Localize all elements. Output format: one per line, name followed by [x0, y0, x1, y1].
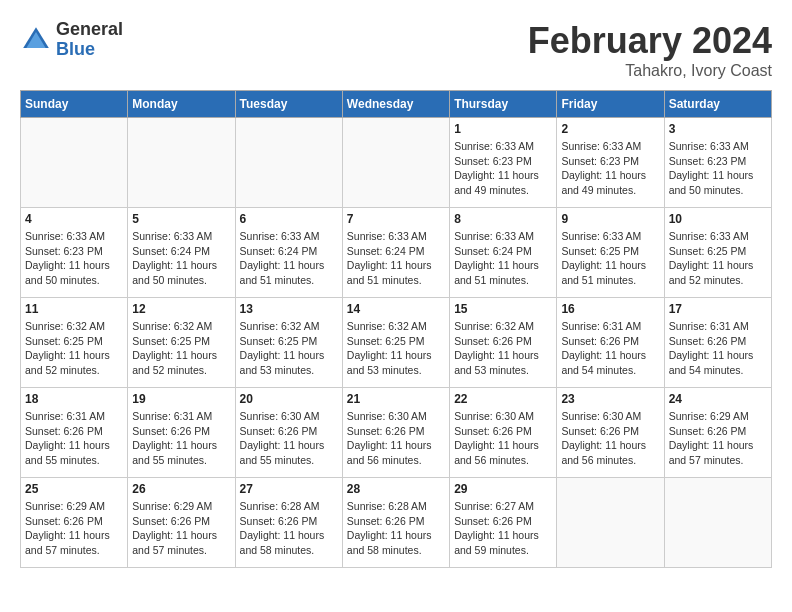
day-info: Sunrise: 6:32 AM Sunset: 6:26 PM Dayligh… — [454, 319, 552, 378]
calendar-cell: 11Sunrise: 6:32 AM Sunset: 6:25 PM Dayli… — [21, 298, 128, 388]
day-number: 28 — [347, 482, 445, 496]
day-number: 9 — [561, 212, 659, 226]
logo-text: General Blue — [56, 20, 123, 60]
day-number: 11 — [25, 302, 123, 316]
weekday-header: Tuesday — [235, 91, 342, 118]
day-number: 6 — [240, 212, 338, 226]
day-number: 2 — [561, 122, 659, 136]
day-info: Sunrise: 6:28 AM Sunset: 6:26 PM Dayligh… — [240, 499, 338, 558]
calendar-cell: 1Sunrise: 6:33 AM Sunset: 6:23 PM Daylig… — [450, 118, 557, 208]
calendar-cell: 4Sunrise: 6:33 AM Sunset: 6:23 PM Daylig… — [21, 208, 128, 298]
day-number: 22 — [454, 392, 552, 406]
calendar-location: Tahakro, Ivory Coast — [528, 62, 772, 80]
weekday-header-row: SundayMondayTuesdayWednesdayThursdayFrid… — [21, 91, 772, 118]
calendar-title: February 2024 — [528, 20, 772, 62]
day-info: Sunrise: 6:33 AM Sunset: 6:24 PM Dayligh… — [454, 229, 552, 288]
calendar-cell — [664, 478, 771, 568]
day-info: Sunrise: 6:28 AM Sunset: 6:26 PM Dayligh… — [347, 499, 445, 558]
weekday-header: Sunday — [21, 91, 128, 118]
weekday-header: Friday — [557, 91, 664, 118]
day-number: 14 — [347, 302, 445, 316]
day-number: 13 — [240, 302, 338, 316]
day-info: Sunrise: 6:33 AM Sunset: 6:23 PM Dayligh… — [25, 229, 123, 288]
day-number: 23 — [561, 392, 659, 406]
calendar-cell: 3Sunrise: 6:33 AM Sunset: 6:23 PM Daylig… — [664, 118, 771, 208]
calendar-cell: 6Sunrise: 6:33 AM Sunset: 6:24 PM Daylig… — [235, 208, 342, 298]
day-info: Sunrise: 6:33 AM Sunset: 6:23 PM Dayligh… — [454, 139, 552, 198]
day-number: 10 — [669, 212, 767, 226]
day-info: Sunrise: 6:30 AM Sunset: 6:26 PM Dayligh… — [454, 409, 552, 468]
calendar-cell: 27Sunrise: 6:28 AM Sunset: 6:26 PM Dayli… — [235, 478, 342, 568]
calendar-cell — [21, 118, 128, 208]
calendar-week-row: 1Sunrise: 6:33 AM Sunset: 6:23 PM Daylig… — [21, 118, 772, 208]
calendar-cell: 13Sunrise: 6:32 AM Sunset: 6:25 PM Dayli… — [235, 298, 342, 388]
calendar-cell: 21Sunrise: 6:30 AM Sunset: 6:26 PM Dayli… — [342, 388, 449, 478]
weekday-header: Wednesday — [342, 91, 449, 118]
day-number: 3 — [669, 122, 767, 136]
day-info: Sunrise: 6:33 AM Sunset: 6:23 PM Dayligh… — [669, 139, 767, 198]
day-info: Sunrise: 6:29 AM Sunset: 6:26 PM Dayligh… — [25, 499, 123, 558]
day-number: 4 — [25, 212, 123, 226]
calendar-table: SundayMondayTuesdayWednesdayThursdayFrid… — [20, 90, 772, 568]
calendar-cell: 26Sunrise: 6:29 AM Sunset: 6:26 PM Dayli… — [128, 478, 235, 568]
day-info: Sunrise: 6:30 AM Sunset: 6:26 PM Dayligh… — [347, 409, 445, 468]
day-info: Sunrise: 6:32 AM Sunset: 6:25 PM Dayligh… — [240, 319, 338, 378]
day-number: 21 — [347, 392, 445, 406]
logo-icon — [20, 24, 52, 56]
calendar-cell: 23Sunrise: 6:30 AM Sunset: 6:26 PM Dayli… — [557, 388, 664, 478]
day-info: Sunrise: 6:31 AM Sunset: 6:26 PM Dayligh… — [25, 409, 123, 468]
calendar-week-row: 25Sunrise: 6:29 AM Sunset: 6:26 PM Dayli… — [21, 478, 772, 568]
calendar-cell: 15Sunrise: 6:32 AM Sunset: 6:26 PM Dayli… — [450, 298, 557, 388]
day-number: 12 — [132, 302, 230, 316]
day-info: Sunrise: 6:33 AM Sunset: 6:24 PM Dayligh… — [132, 229, 230, 288]
calendar-week-row: 11Sunrise: 6:32 AM Sunset: 6:25 PM Dayli… — [21, 298, 772, 388]
day-info: Sunrise: 6:33 AM Sunset: 6:24 PM Dayligh… — [240, 229, 338, 288]
title-block: February 2024 Tahakro, Ivory Coast — [528, 20, 772, 80]
day-number: 8 — [454, 212, 552, 226]
calendar-cell: 18Sunrise: 6:31 AM Sunset: 6:26 PM Dayli… — [21, 388, 128, 478]
calendar-cell: 29Sunrise: 6:27 AM Sunset: 6:26 PM Dayli… — [450, 478, 557, 568]
day-number: 5 — [132, 212, 230, 226]
day-number: 15 — [454, 302, 552, 316]
calendar-cell — [557, 478, 664, 568]
calendar-cell: 16Sunrise: 6:31 AM Sunset: 6:26 PM Dayli… — [557, 298, 664, 388]
calendar-cell: 19Sunrise: 6:31 AM Sunset: 6:26 PM Dayli… — [128, 388, 235, 478]
day-number: 19 — [132, 392, 230, 406]
day-number: 27 — [240, 482, 338, 496]
day-number: 24 — [669, 392, 767, 406]
calendar-cell — [128, 118, 235, 208]
day-info: Sunrise: 6:33 AM Sunset: 6:25 PM Dayligh… — [561, 229, 659, 288]
day-info: Sunrise: 6:33 AM Sunset: 6:24 PM Dayligh… — [347, 229, 445, 288]
weekday-header: Monday — [128, 91, 235, 118]
calendar-cell: 5Sunrise: 6:33 AM Sunset: 6:24 PM Daylig… — [128, 208, 235, 298]
day-number: 26 — [132, 482, 230, 496]
day-number: 1 — [454, 122, 552, 136]
calendar-cell: 25Sunrise: 6:29 AM Sunset: 6:26 PM Dayli… — [21, 478, 128, 568]
logo: General Blue — [20, 20, 123, 60]
day-info: Sunrise: 6:32 AM Sunset: 6:25 PM Dayligh… — [347, 319, 445, 378]
calendar-cell: 7Sunrise: 6:33 AM Sunset: 6:24 PM Daylig… — [342, 208, 449, 298]
day-number: 25 — [25, 482, 123, 496]
day-number: 29 — [454, 482, 552, 496]
calendar-cell: 17Sunrise: 6:31 AM Sunset: 6:26 PM Dayli… — [664, 298, 771, 388]
day-info: Sunrise: 6:29 AM Sunset: 6:26 PM Dayligh… — [132, 499, 230, 558]
day-info: Sunrise: 6:33 AM Sunset: 6:23 PM Dayligh… — [561, 139, 659, 198]
weekday-header: Saturday — [664, 91, 771, 118]
day-info: Sunrise: 6:33 AM Sunset: 6:25 PM Dayligh… — [669, 229, 767, 288]
day-info: Sunrise: 6:31 AM Sunset: 6:26 PM Dayligh… — [669, 319, 767, 378]
calendar-week-row: 18Sunrise: 6:31 AM Sunset: 6:26 PM Dayli… — [21, 388, 772, 478]
calendar-cell: 2Sunrise: 6:33 AM Sunset: 6:23 PM Daylig… — [557, 118, 664, 208]
day-number: 17 — [669, 302, 767, 316]
calendar-cell — [342, 118, 449, 208]
calendar-cell: 22Sunrise: 6:30 AM Sunset: 6:26 PM Dayli… — [450, 388, 557, 478]
calendar-cell: 24Sunrise: 6:29 AM Sunset: 6:26 PM Dayli… — [664, 388, 771, 478]
day-info: Sunrise: 6:31 AM Sunset: 6:26 PM Dayligh… — [132, 409, 230, 468]
day-info: Sunrise: 6:29 AM Sunset: 6:26 PM Dayligh… — [669, 409, 767, 468]
calendar-cell: 28Sunrise: 6:28 AM Sunset: 6:26 PM Dayli… — [342, 478, 449, 568]
calendar-cell: 20Sunrise: 6:30 AM Sunset: 6:26 PM Dayli… — [235, 388, 342, 478]
calendar-cell — [235, 118, 342, 208]
day-info: Sunrise: 6:31 AM Sunset: 6:26 PM Dayligh… — [561, 319, 659, 378]
day-info: Sunrise: 6:30 AM Sunset: 6:26 PM Dayligh… — [240, 409, 338, 468]
calendar-week-row: 4Sunrise: 6:33 AM Sunset: 6:23 PM Daylig… — [21, 208, 772, 298]
day-info: Sunrise: 6:30 AM Sunset: 6:26 PM Dayligh… — [561, 409, 659, 468]
